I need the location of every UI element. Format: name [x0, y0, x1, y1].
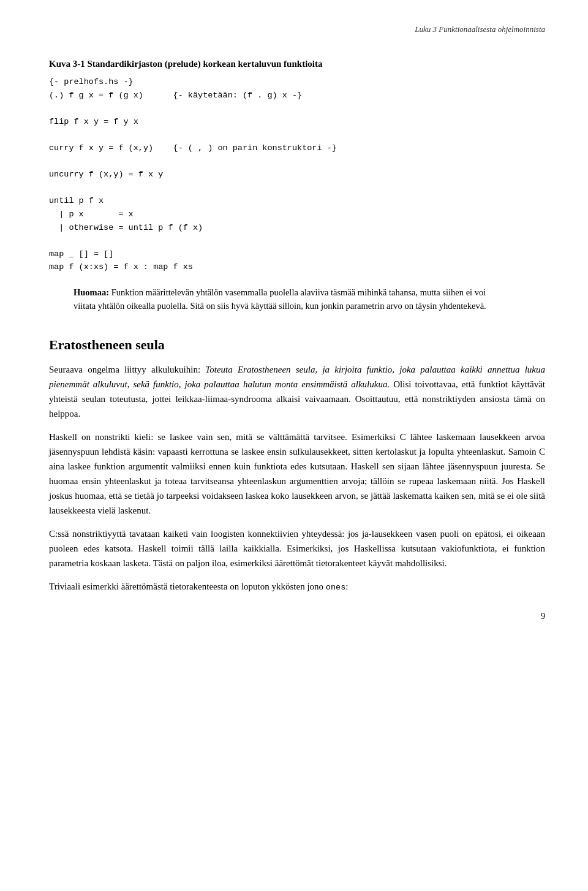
code-block: {- prelhofs.hs -} (.) f g x = f (g x) {-… — [49, 75, 545, 274]
figure-title: Kuva 3-1 Standardikirjaston (prelude) ko… — [49, 59, 545, 69]
page-container: Luku 3 Funktionaalisesta ohjelmoinnista … — [0, 0, 588, 640]
page-number: 9 — [541, 612, 545, 621]
page-header: Luku 3 Funktionaalisesta ohjelmoinnista — [49, 25, 545, 34]
note-text: Funktion määrittelevän yhtälön vasemmall… — [74, 287, 486, 311]
note-label: Huomaa: — [74, 287, 111, 297]
paragraph-1: Seuraava ongelma liittyy alkulukuihin: T… — [49, 362, 545, 421]
ones-code: ones — [326, 583, 345, 592]
paragraph-2: Haskell on nonstrikti kieli: se laskee v… — [49, 430, 545, 518]
section-title: Eratostheneen seula — [49, 337, 545, 353]
note-box: Huomaa: Funktion määrittelevän yhtälön v… — [74, 286, 508, 313]
paragraph-3: C:ssä nonstriktiyyttä tavataan kaiketi v… — [49, 526, 545, 571]
paragraph-4: Triviaali esimerkki äärettömästä tietora… — [49, 579, 545, 594]
header-text: Luku 3 Funktionaalisesta ohjelmoinnista — [415, 25, 545, 34]
